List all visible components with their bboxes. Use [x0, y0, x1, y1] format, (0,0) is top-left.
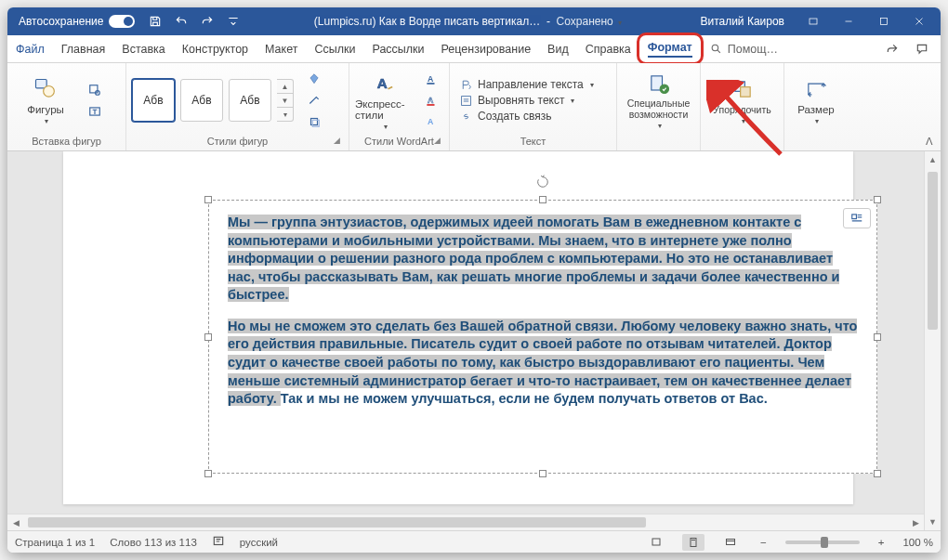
ribbon-collapse-icon[interactable]: ᐱ	[926, 136, 933, 148]
tab-mailings[interactable]: Рассылки	[363, 35, 432, 62]
svg-point-8	[44, 85, 55, 97]
shapes-button[interactable]: Фигуры ▾	[13, 68, 78, 133]
svg-rect-9	[90, 85, 98, 92]
resize-handle[interactable]	[874, 196, 881, 203]
text-content[interactable]: Мы — группа энтузиастов, одержимых идеей…	[209, 201, 876, 422]
style-gallery-item[interactable]: Абв	[132, 79, 175, 122]
shape-effects-icon[interactable]	[303, 112, 325, 131]
save-status[interactable]: Сохранено	[557, 15, 613, 28]
text-outline-icon[interactable]: A	[420, 91, 442, 110]
svg-rect-20	[462, 96, 471, 105]
style-gallery-more[interactable]: ▲▼▾	[277, 79, 294, 122]
ribbon: Фигуры ▾ Вставка фигур Абв Абв Абв ▲▼▾	[7, 63, 941, 151]
size-button[interactable]: Размер ▾	[791, 68, 841, 133]
status-page[interactable]: Страница 1 из 1	[15, 537, 95, 548]
status-words[interactable]: Слово 113 из 113	[110, 537, 197, 548]
view-web-icon[interactable]	[719, 534, 742, 551]
zoom-out-icon[interactable]: −	[757, 537, 770, 548]
minimize-icon[interactable]	[831, 8, 866, 34]
group-text: Направление текста▾ Выровнять текст▾ Соз…	[450, 63, 617, 150]
save-icon[interactable]	[142, 8, 168, 34]
tab-home[interactable]: Главная	[53, 35, 114, 62]
scrollbar-vertical[interactable]: ▲ ▼	[924, 151, 941, 530]
tab-layout[interactable]: Макет	[257, 35, 306, 62]
zoom-in-icon[interactable]: +	[875, 537, 889, 548]
draw-textbox-icon[interactable]	[84, 102, 106, 121]
layout-options-icon[interactable]	[843, 208, 871, 228]
tab-view[interactable]: Вид	[539, 35, 577, 62]
comments-icon[interactable]	[909, 38, 935, 60]
zoom-knob[interactable]	[821, 537, 828, 548]
status-spellcheck-icon[interactable]	[212, 535, 225, 550]
ribbon-tabs: Файл Главная Вставка Конструктор Макет С…	[7, 35, 941, 63]
tab-help[interactable]: Справка	[577, 35, 639, 62]
tab-design[interactable]: Конструктор	[174, 35, 257, 62]
shape-fill-icon[interactable]	[303, 70, 325, 88]
group-shape-styles: Абв Абв Абв ▲▼▾ Стили фигур ◢	[126, 63, 349, 150]
scroll-down-icon[interactable]: ▼	[925, 514, 941, 530]
undo-icon[interactable]	[168, 8, 194, 34]
share-icon[interactable]	[879, 38, 905, 60]
wordart-dialog-icon[interactable]: ◢	[430, 134, 443, 147]
status-language[interactable]: русский	[240, 537, 278, 548]
create-link-button[interactable]: Создать связь	[459, 110, 594, 123]
tab-review[interactable]: Рецензирование	[433, 35, 540, 62]
autosave-toggle[interactable]	[109, 15, 135, 28]
scroll-right-icon[interactable]: ▶	[907, 514, 924, 530]
svg-rect-12	[311, 119, 318, 125]
view-print-icon[interactable]	[682, 534, 704, 551]
align-text-button[interactable]: Выровнять текст▾	[459, 94, 594, 107]
svg-rect-27	[852, 215, 857, 219]
text-box[interactable]: Мы — группа энтузиастов, одержимых идеей…	[208, 200, 877, 474]
resize-handle[interactable]	[204, 333, 212, 341]
scrollbar-thumb[interactable]	[28, 517, 646, 527]
shape-outline-icon[interactable]	[303, 91, 325, 110]
svg-text:A: A	[428, 74, 434, 84]
rotation-handle-icon[interactable]	[535, 175, 550, 189]
text-direction-button[interactable]: Направление текста▾	[459, 78, 594, 91]
svg-point-24	[660, 85, 668, 93]
redo-icon[interactable]	[194, 8, 220, 34]
word-window: Автосохранение (Lumpics.ru) Как в Ворде …	[7, 7, 941, 553]
resize-handle[interactable]	[539, 470, 546, 477]
svg-rect-31	[214, 537, 222, 544]
tab-file[interactable]: Файл	[7, 35, 53, 62]
style-gallery-item[interactable]: Абв	[229, 79, 271, 122]
autosave[interactable]: Автосохранение	[11, 15, 142, 28]
scrollbar-thumb[interactable]	[928, 172, 938, 330]
resize-handle[interactable]	[204, 470, 212, 477]
qat-dropdown-icon[interactable]	[220, 8, 246, 34]
scroll-up-icon[interactable]: ▲	[925, 151, 941, 168]
group-wordart-styles: A Экспресс-стили ▾ A A A Стили WordArt ◢	[349, 63, 450, 150]
zoom-level[interactable]: 100 %	[902, 537, 933, 548]
search-icon	[710, 43, 722, 55]
page[interactable]: Мы — группа энтузиастов, одержимых идеей…	[63, 151, 853, 504]
view-focus-icon[interactable]	[645, 534, 667, 551]
edit-shape-icon[interactable]	[84, 81, 106, 99]
account-user[interactable]: Виталий Каиров	[689, 15, 796, 28]
text-effects-icon[interactable]: A	[420, 112, 442, 131]
resize-handle[interactable]	[539, 196, 546, 203]
scroll-left-icon[interactable]: ◀	[7, 514, 24, 530]
save-status-chevron-icon[interactable]: ▾	[618, 19, 622, 27]
express-styles-button[interactable]: A Экспресс-стили ▾	[355, 68, 415, 133]
close-icon[interactable]	[902, 8, 937, 34]
tell-me-search[interactable]: Помощ…	[701, 35, 787, 62]
text-fill-icon[interactable]: A	[420, 70, 442, 88]
shape-styles-dialog-icon[interactable]: ◢	[330, 134, 343, 147]
zoom-slider[interactable]	[785, 540, 860, 544]
svg-text:A: A	[428, 96, 434, 105]
document-area: Мы — группа энтузиастов, одержимых идеей…	[7, 151, 941, 530]
style-gallery-item[interactable]: Абв	[180, 79, 223, 122]
ribbon-display-icon[interactable]	[796, 8, 831, 34]
tab-format[interactable]: Формат	[637, 33, 704, 65]
maximize-icon[interactable]	[866, 8, 902, 34]
resize-handle[interactable]	[204, 196, 212, 203]
resize-handle[interactable]	[874, 333, 881, 341]
resize-handle[interactable]	[874, 470, 881, 477]
arrange-button[interactable]: Упорядочить ▾	[710, 68, 775, 133]
scrollbar-horizontal[interactable]: ◀ ▶	[7, 514, 924, 530]
tab-insert[interactable]: Вставка	[113, 35, 173, 62]
tab-references[interactable]: Ссылки	[306, 35, 363, 62]
accessibility-button[interactable]: Специальные возможности ▾	[626, 68, 691, 133]
